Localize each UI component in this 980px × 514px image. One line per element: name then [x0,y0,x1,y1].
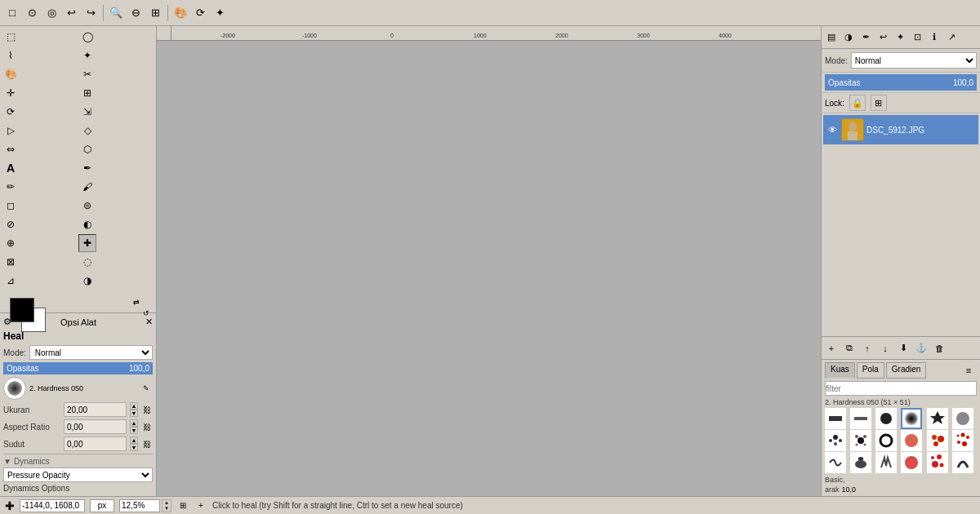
ukuran-value[interactable]: 20,00 [64,402,127,417]
layer-item[interactable]: 👁 DSC_5912.JPG [823,115,978,144]
coordinates-input[interactable] [20,499,85,512]
pointer-icon[interactable]: ↗ [943,29,960,46]
brush-cell-12[interactable] [952,430,973,451]
tab-gradien[interactable]: Gradien [886,362,927,379]
eraser-tool[interactable]: ◻ [2,197,20,215]
ink-tool[interactable]: ⊘ [2,215,20,233]
select-by-color-tool[interactable]: 🎨 [2,65,20,83]
scissors-select-tool[interactable]: ✂ [78,65,96,83]
brush-cell-15[interactable] [875,452,897,473]
open-icon[interactable]: ⊙ [23,4,41,22]
text-tool[interactable]: A [2,159,20,177]
opasitas-bar[interactable]: Opasitas 100,0 [3,362,153,374]
sudut-value[interactable]: 0,00 [64,436,127,451]
aspect-ratio-value[interactable]: 0,00 [64,419,127,434]
brush-cell-2[interactable] [850,408,871,429]
new-icon[interactable]: □ [3,4,21,22]
zoom-out-icon[interactable]: ⊖ [127,4,145,22]
brush-cell-13[interactable] [825,452,846,473]
aspect-down[interactable]: ▼ [130,427,138,434]
airbrush-tool[interactable]: ⊜ [78,197,96,215]
brush-cell-11[interactable] [927,430,948,451]
redo-icon[interactable]: ↪ [82,4,100,22]
device-status-icon[interactable]: ⊡ [909,29,925,46]
rect-select-tool[interactable]: ⬚ [2,28,20,46]
transform-icon[interactable]: ⟳ [191,4,209,22]
scale-tool[interactable]: ⇲ [78,103,96,121]
brush-cell-6[interactable] [952,408,973,429]
flip-tool[interactable]: ⇔ [2,140,20,158]
free-select-tool[interactable]: ⌇ [2,47,20,64]
lower-layer-button[interactable]: ↓ [877,340,893,357]
sudut-down[interactable]: ▼ [130,444,138,451]
smudge-tool[interactable]: ⊿ [2,272,20,290]
brush-cell-4-selected[interactable] [901,408,922,429]
undo-history-icon[interactable]: ↩ [875,29,891,46]
zoom-in-icon[interactable]: 🔍 [107,4,125,22]
filter-icon[interactable]: ✦ [211,4,229,22]
brush-cell-17[interactable] [927,452,948,473]
sudut-chain-icon[interactable]: ⛓ [141,438,153,450]
ukuran-chain-icon[interactable]: ⛓ [141,404,153,415]
brush-cell-9[interactable] [875,430,897,451]
cage-transform-tool[interactable]: ⬡ [78,140,96,158]
my-paint-brush-tool[interactable]: ◐ [78,215,96,233]
clone-tool[interactable]: ⊕ [2,234,20,252]
swap-colors-icon[interactable]: ⇄ [133,298,140,306]
shear-tool[interactable]: ▷ [2,122,20,140]
pencil-tool[interactable]: ✏ [2,178,20,196]
ukuran-up[interactable]: ▲ [130,402,138,410]
tab-pola[interactable]: Pola [857,362,884,379]
brush-cell-1[interactable] [825,408,846,429]
align-tool[interactable]: ⊞ [78,84,96,102]
blur-tool[interactable]: ◌ [78,253,96,271]
brush-filter-input[interactable] [825,381,977,396]
lock-alpha-button[interactable]: ⊞ [871,95,887,111]
brush-cell-18[interactable] [952,452,973,473]
merge-down-button[interactable]: ⬇ [895,340,911,357]
layer-visibility-icon[interactable]: 👁 [826,123,839,136]
move-tool[interactable]: ✛ [2,84,20,102]
save-icon[interactable]: ◎ [42,4,60,22]
paths-icon[interactable]: ✒ [858,29,874,46]
path-tool[interactable]: ✒ [78,159,96,177]
sudut-up[interactable]: ▲ [130,436,138,444]
anchor-layer-button[interactable]: ⚓ [913,340,929,357]
brush-cell-3[interactable] [875,408,897,429]
fuzzy-select-tool[interactable]: ✦ [78,47,96,64]
paintbrush-tool[interactable]: 🖌 [78,178,96,196]
heal-tool active[interactable]: ✚ [78,234,96,252]
brush-cell-10[interactable] [901,430,922,451]
brush-edit-icon[interactable]: ✎ [140,382,153,395]
channels-icon[interactable]: ◑ [840,29,857,46]
aspect-up[interactable]: ▲ [130,419,138,427]
zoom-plus-icon[interactable]: + [194,499,207,512]
color-icon[interactable]: 🎨 [172,4,189,22]
fit-icon[interactable]: ⊞ [146,4,164,22]
perspective-clone-tool[interactable]: ⊠ [2,253,20,271]
document-properties-icon[interactable]: ℹ [926,29,942,46]
zoom-up[interactable]: ▲ [163,500,171,506]
opacity-bar[interactable]: Opasitas 100,0 [825,74,977,91]
layers-icon[interactable]: ▤ [823,29,840,46]
delete-layer-button[interactable]: 🗑 [931,340,947,357]
ellipse-select-tool[interactable]: ◯ [78,28,96,46]
brush-cell-14[interactable] [850,452,871,473]
rotate-tool[interactable]: ⟳ [2,103,20,121]
brush-cell-8[interactable] [850,430,871,451]
zoom-spinner[interactable]: ▲ ▼ [162,499,172,512]
scripts-icon[interactable]: ✦ [892,29,908,46]
zoom-down[interactable]: ▼ [163,506,171,512]
lock-pixels-button[interactable]: 🔒 [849,95,866,111]
undo-icon[interactable]: ↩ [62,4,80,22]
brush-panel-menu-icon[interactable]: ≡ [960,362,977,379]
reset-colors-icon[interactable]: ↺ [143,309,149,317]
foreground-color-swatch[interactable] [10,298,34,322]
raise-layer-button[interactable]: ↑ [859,340,875,357]
tab-kuas[interactable]: Kuas [825,362,855,379]
brush-cell-7[interactable] [825,430,846,451]
dynamics-select[interactable]: Pressure Opacity Velocity Random [3,467,153,482]
perspective-tool[interactable]: ◇ [78,122,96,140]
brush-cell-16[interactable] [901,452,922,473]
dodge-tool[interactable]: ◑ [78,272,96,290]
